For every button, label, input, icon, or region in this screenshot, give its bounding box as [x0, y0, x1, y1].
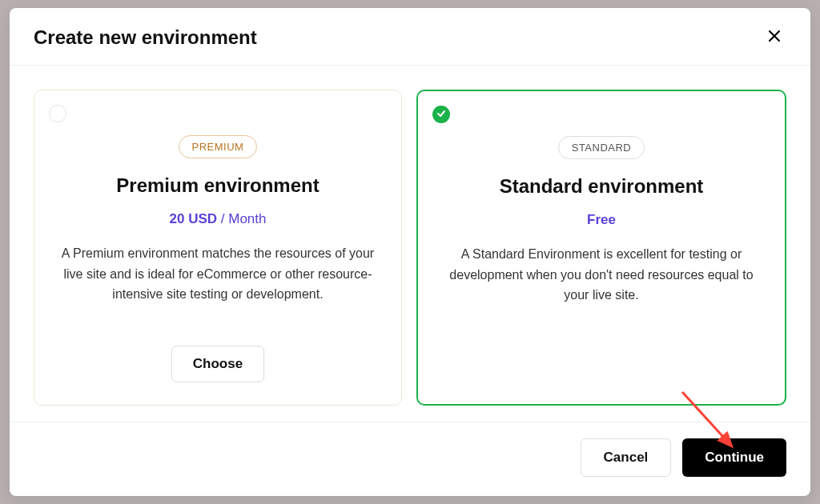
- plan-card-premium[interactable]: PREMIUM Premium environment 20 USD / Mon…: [34, 90, 402, 406]
- plan-price-premium: 20 USD / Month: [170, 211, 267, 227]
- price-period: / Month: [217, 211, 266, 226]
- continue-button[interactable]: Continue: [682, 438, 786, 477]
- plan-description-standard: A Standard Environment is excellent for …: [440, 244, 762, 306]
- cancel-button[interactable]: Cancel: [581, 438, 672, 477]
- plan-card-standard[interactable]: STANDARD Standard environment Free A Sta…: [416, 90, 786, 406]
- price-free: Free: [587, 212, 616, 227]
- plan-price-standard: Free: [587, 212, 616, 228]
- price-amount: 20 USD: [170, 211, 218, 226]
- close-icon: [769, 29, 780, 45]
- modal-body: PREMIUM Premium environment 20 USD / Mon…: [10, 66, 810, 422]
- modal-title: Create new environment: [34, 26, 257, 49]
- radio-premium[interactable]: [49, 105, 66, 122]
- badge-standard: STANDARD: [558, 136, 645, 159]
- create-environment-modal: Create new environment PREMIUM Premium e…: [10, 8, 810, 496]
- close-button[interactable]: [762, 26, 786, 49]
- badge-premium: PREMIUM: [179, 135, 258, 158]
- plan-description-premium: A Premium environment matches the resour…: [57, 243, 379, 305]
- modal-footer: Cancel Continue: [10, 422, 810, 496]
- modal-header: Create new environment: [10, 8, 810, 66]
- radio-standard[interactable]: [432, 106, 450, 123]
- plan-title-standard: Standard environment: [500, 175, 704, 198]
- checkmark-icon: [436, 107, 446, 122]
- plan-title-premium: Premium environment: [116, 174, 319, 197]
- choose-button-premium[interactable]: Choose: [171, 346, 264, 382]
